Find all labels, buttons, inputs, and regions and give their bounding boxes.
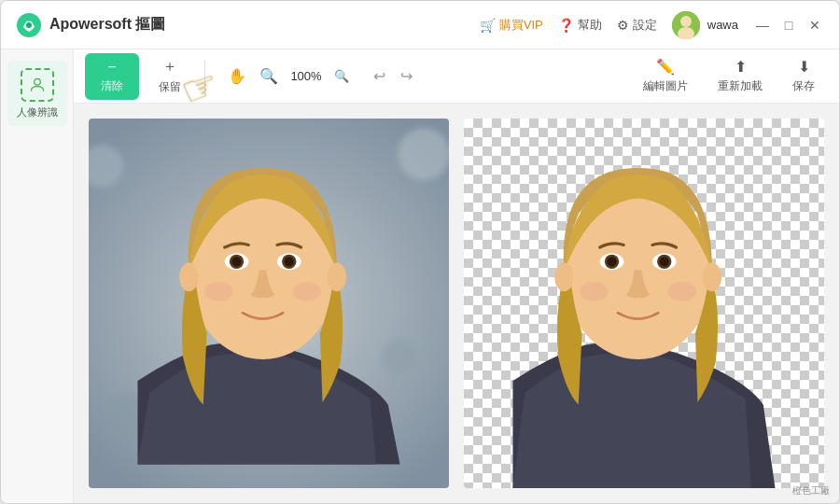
portrait-icon — [21, 68, 54, 102]
maximize-button[interactable]: □ — [779, 16, 798, 35]
svg-point-10 — [382, 339, 417, 374]
avatar-svg — [672, 11, 700, 39]
history-controls: ↩ ↪ — [368, 63, 418, 89]
titlebar: Apowersoft 摳圖 🛒 購買VIP ❓ 幫助 ⚙ 設定 — [1, 1, 839, 49]
sidebar-portrait-label: 人像辨識 — [17, 105, 58, 119]
result-image — [464, 119, 824, 488]
nav-help-label: 幫助 — [578, 17, 602, 34]
zoom-out-icon[interactable]: 🔍 — [256, 63, 282, 89]
close-button[interactable]: ✕ — [805, 16, 824, 35]
username: wawa — [707, 18, 738, 32]
clear-label: 清除 — [101, 78, 123, 94]
clear-minus-icon: − — [107, 59, 116, 76]
nav-buy-vip[interactable]: 🛒 購買VIP — [480, 17, 543, 34]
image-area: 橙色工廠 — [74, 104, 839, 503]
app-logo: Apowersoft 摳圖 — [16, 12, 165, 38]
svg-point-1 — [26, 22, 32, 28]
reload-icon: ⬆ — [735, 58, 747, 76]
original-image-panel — [89, 119, 449, 488]
edit-image-label: 編輯圖片 — [643, 78, 688, 94]
svg-point-22 — [179, 263, 198, 292]
svg-point-3 — [680, 16, 692, 27]
nav-settings[interactable]: ⚙ 設定 — [617, 17, 657, 34]
watermark: 橙色工廠 — [792, 484, 830, 497]
zoom-controls: ✋ 🔍 100% 🔍 — [224, 63, 353, 89]
zoom-value: 100% — [287, 69, 325, 83]
original-image — [89, 119, 449, 488]
svg-point-35 — [703, 263, 721, 292]
sidebar-item-portrait[interactable]: 人像辨識 — [7, 61, 67, 126]
sidebar: 人像辨識 — [1, 49, 74, 503]
toolbar: − 清除 ＋ 保留 ☞ ✋ 🔍 100% 🔍 ↩ — [74, 49, 839, 104]
clear-button[interactable]: − 清除 — [85, 53, 139, 100]
result-image-panel — [464, 119, 824, 488]
nav-vip-label: 購買VIP — [499, 17, 543, 34]
reload-label: 重新加載 — [718, 78, 763, 94]
user-avatar — [672, 11, 700, 39]
svg-point-19 — [285, 257, 294, 266]
save-keep-button[interactable]: ＋ 保留 — [147, 51, 193, 101]
person-icon-svg — [28, 76, 47, 94]
undo-button[interactable]: ↩ — [368, 63, 391, 89]
edit-pencil-icon: ✏️ — [656, 58, 675, 76]
save-label: 保存 — [792, 78, 815, 94]
pan-icon[interactable]: ✋ — [224, 63, 250, 89]
window-controls: — □ ✕ — [753, 16, 824, 35]
help-icon: ❓ — [558, 18, 574, 33]
save-button[interactable]: ⬇ 保存 — [779, 52, 828, 100]
save-download-icon: ⬇ — [798, 58, 810, 76]
save-plus-icon: ＋ — [162, 57, 177, 77]
toolbar-divider-1 — [204, 60, 205, 93]
svg-point-16 — [231, 257, 241, 266]
svg-point-21 — [293, 282, 322, 301]
titlebar-nav: 🛒 購買VIP ❓ 幫助 ⚙ 設定 — [480, 17, 657, 34]
toolbar-right: ✏️ 編輯圖片 ⬆ 重新加載 ⬇ 保存 — [630, 52, 828, 100]
main-layout: 人像辨識 − 清除 ＋ 保留 ☞ ✋ 🔍 — [1, 49, 839, 503]
app-title: Apowersoft 摳圖 — [49, 15, 165, 35]
app-logo-icon — [16, 12, 42, 38]
svg-point-9 — [398, 128, 449, 180]
svg-point-31 — [660, 257, 669, 266]
cart-icon: 🛒 — [480, 18, 496, 33]
minimize-button[interactable]: — — [753, 16, 772, 35]
svg-point-23 — [328, 263, 346, 292]
main-window: Apowersoft 摳圖 🛒 購買VIP ❓ 幫助 ⚙ 設定 — [0, 0, 840, 504]
svg-point-20 — [204, 282, 233, 301]
edit-image-button[interactable]: ✏️ 編輯圖片 — [630, 52, 701, 100]
nav-settings-label: 設定 — [633, 17, 657, 34]
settings-icon: ⚙ — [617, 18, 629, 33]
svg-point-28 — [607, 257, 616, 266]
svg-point-6 — [34, 78, 40, 85]
svg-point-33 — [668, 282, 697, 301]
redo-button[interactable]: ↪ — [395, 63, 418, 89]
svg-point-32 — [580, 282, 609, 301]
save-keep-label: 保留 — [159, 79, 181, 95]
nav-help[interactable]: ❓ 幫助 — [558, 17, 602, 34]
content-area: − 清除 ＋ 保留 ☞ ✋ 🔍 100% 🔍 ↩ — [74, 49, 839, 503]
zoom-in-icon[interactable]: 🔍 — [330, 65, 353, 87]
svg-point-34 — [554, 263, 573, 292]
user-area: wawa — [672, 11, 738, 39]
reload-button[interactable]: ⬆ 重新加載 — [705, 52, 776, 100]
